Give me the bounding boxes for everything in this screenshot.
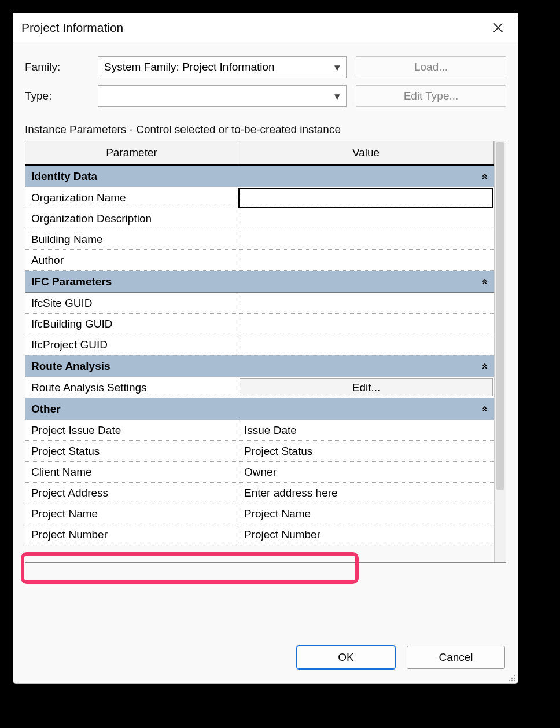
project-information-dialog: Project Information Family: System Famil… (13, 13, 518, 684)
parameter-value-cell[interactable] (238, 314, 494, 334)
edit-type-button[interactable]: Edit Type... (356, 85, 506, 107)
parameter-name-cell: Route Analysis Settings (25, 377, 238, 398)
table-row: Route Analysis SettingsEdit... (25, 377, 494, 398)
vertical-scrollbar[interactable] (494, 141, 506, 562)
parameter-value-cell[interactable] (238, 293, 494, 313)
table-row: IfcSite GUID (25, 293, 494, 314)
parameter-value-cell[interactable] (238, 188, 493, 208)
table-row: Author (25, 250, 494, 271)
family-label: Family: (25, 61, 89, 73)
table-row: Project NameProject Name (25, 503, 494, 524)
parameter-name-cell: Building Name (25, 229, 238, 249)
header-form: Family: System Family: Project Informati… (13, 42, 518, 111)
type-combo[interactable]: ▾ (98, 85, 347, 107)
parameter-name-cell: Project Status (25, 441, 238, 461)
table-row: Project AddressEnter address here (25, 483, 494, 503)
parameter-value-cell[interactable]: Owner (238, 462, 494, 482)
section-header[interactable]: IFC Parameters« (25, 271, 494, 293)
dialog-footer: OK Cancel (13, 631, 518, 683)
edit-button[interactable]: Edit... (240, 378, 493, 396)
ok-button[interactable]: OK (297, 646, 395, 669)
cancel-button[interactable]: Cancel (407, 646, 505, 669)
svg-point-4 (514, 678, 515, 679)
parameter-name-cell: Organization Name (25, 187, 238, 208)
parameter-value-cell[interactable] (238, 229, 494, 249)
parameter-name-cell: Project Address (25, 483, 238, 503)
close-icon (492, 21, 504, 34)
chevron-down-icon: ▾ (334, 90, 340, 103)
section-title: Route Analysis (31, 360, 110, 373)
parameters-table: Parameter Value Identity Data«Organizati… (25, 141, 506, 563)
table-row: IfcBuilding GUID (25, 314, 494, 334)
table-row: Organization Name (25, 187, 494, 208)
parameter-value-cell[interactable]: Issue Date (238, 420, 494, 440)
parameter-name-cell: Project Issue Date (25, 420, 238, 440)
type-row: Type: ▾ Edit Type... (25, 82, 506, 111)
svg-point-5 (509, 680, 510, 681)
section-header[interactable]: Identity Data« (25, 166, 494, 187)
dialog-title: Project Information (21, 21, 123, 35)
parameter-name-cell: Project Number (25, 524, 238, 545)
load-button[interactable]: Load... (356, 56, 506, 78)
parameter-name-cell: Project Name (25, 503, 238, 524)
parameter-name-cell: Client Name (25, 462, 238, 482)
svg-point-7 (514, 675, 515, 676)
parameter-value-cell[interactable]: Project Name (238, 503, 494, 524)
table-row: Client NameOwner (25, 462, 494, 483)
collapse-icon[interactable]: « (478, 278, 491, 285)
section-title: Other (31, 403, 61, 416)
section-title: Identity Data (31, 170, 97, 183)
parameter-value-cell[interactable]: Project Number (238, 524, 494, 545)
collapse-icon[interactable]: « (478, 406, 491, 412)
svg-point-2 (514, 680, 515, 681)
chevron-down-icon: ▾ (334, 61, 340, 74)
table-row: Organization Description (25, 208, 494, 229)
family-combo[interactable]: System Family: Project Information ▾ (98, 56, 347, 78)
parameter-name-cell: Organization Description (25, 208, 238, 229)
section-title: IFC Parameters (31, 275, 112, 288)
resize-grip[interactable] (506, 672, 515, 681)
type-label: Type: (25, 90, 89, 102)
svg-point-6 (511, 678, 513, 679)
svg-point-3 (511, 680, 513, 681)
instance-parameters-label: Instance Parameters - Control selected o… (13, 111, 518, 141)
table-row: Project NumberProject Number (25, 524, 494, 545)
table-row: Project Issue DateIssue Date (25, 420, 494, 441)
section-header[interactable]: Other« (25, 398, 494, 420)
family-value: System Family: Project Information (104, 61, 334, 73)
column-header-parameter[interactable]: Parameter (25, 141, 238, 164)
parameter-name-cell: IfcProject GUID (25, 334, 238, 355)
collapse-icon[interactable]: « (478, 173, 491, 179)
table-row: Project StatusProject Status (25, 441, 494, 462)
table-row: IfcProject GUID (25, 334, 494, 355)
table-row: Building Name (25, 229, 494, 250)
parameter-name-cell: Author (25, 250, 238, 270)
parameter-value-cell[interactable]: Enter address here (238, 483, 494, 503)
section-header[interactable]: Route Analysis« (25, 355, 494, 377)
parameter-value-cell[interactable] (238, 208, 494, 229)
table-headers: Parameter Value (25, 141, 494, 166)
collapse-icon[interactable]: « (478, 363, 491, 369)
family-row: Family: System Family: Project Informati… (25, 53, 506, 82)
table-body: Parameter Value Identity Data«Organizati… (25, 141, 494, 562)
parameter-value-cell[interactable] (238, 334, 494, 355)
parameter-name-cell: IfcBuilding GUID (25, 314, 238, 334)
column-header-value[interactable]: Value (238, 141, 494, 164)
close-button[interactable] (487, 16, 510, 39)
parameter-name-cell: IfcSite GUID (25, 293, 238, 313)
parameter-value-cell[interactable]: Edit... (238, 377, 494, 398)
titlebar: Project Information (13, 13, 518, 42)
scrollbar-thumb[interactable] (496, 142, 504, 490)
parameter-value-cell[interactable]: Project Status (238, 441, 494, 461)
parameter-value-cell[interactable] (238, 250, 494, 270)
